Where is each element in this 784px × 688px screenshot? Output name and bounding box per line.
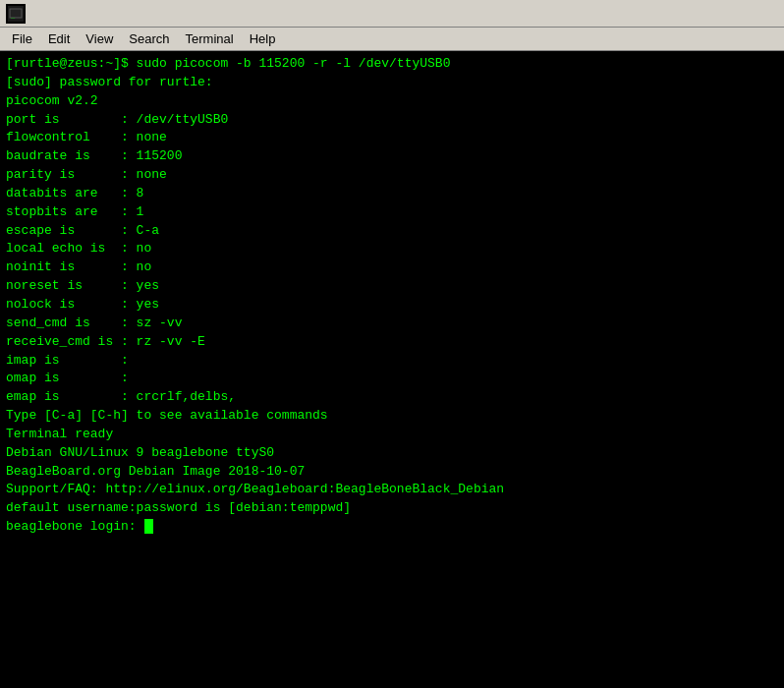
menu-item-help[interactable]: Help [242, 29, 284, 48]
terminal-line: flowcontrol : none [6, 129, 778, 147]
terminal-line: escape is : C-a [6, 222, 778, 241]
title-bar: _ [0, 0, 784, 28]
menu-bar: FileEditViewSearchTerminalHelp [0, 28, 784, 51]
terminal-line: Debian GNU/Linux 9 beaglebone ttyS0 [6, 444, 778, 463]
terminal-line: send_cmd is : sz -vv [6, 315, 778, 333]
terminal-line: port is : /dev/ttyUSB0 [6, 111, 778, 130]
terminal-line: local echo is : no [6, 240, 778, 258]
terminal-line: picocom v2.2 [6, 92, 778, 111]
terminal-line: Type [C-a] [C-h] to see available comman… [6, 407, 778, 426]
menu-item-file[interactable]: File [4, 29, 40, 48]
terminal-line: noreset is : yes [6, 277, 778, 296]
terminal-line: omap is : [6, 370, 778, 388]
terminal-area[interactable]: [rurtle@zeus:~]$ sudo picocom -b 115200 … [0, 51, 784, 688]
terminal-line: beaglebone login: [6, 518, 778, 537]
terminal-line: [rurtle@zeus:~]$ sudo picocom -b 115200 … [6, 55, 778, 74]
menu-item-view[interactable]: View [78, 29, 121, 48]
terminal-line: nolock is : yes [6, 296, 778, 315]
terminal-line: noinit is : no [6, 258, 778, 277]
terminal-line: baudrate is : 115200 [6, 147, 778, 166]
window-icon: _ [6, 4, 26, 24]
menu-item-terminal[interactable]: Terminal [178, 29, 242, 48]
terminal-line: [sudo] password for rurtle: [6, 74, 778, 92]
terminal-line: BeagleBoard.org Debian Image 2018-10-07 [6, 463, 778, 482]
menu-item-edit[interactable]: Edit [40, 29, 78, 48]
terminal-line: parity is : none [6, 166, 778, 185]
terminal-line: default username:password is [debian:tem… [6, 499, 778, 518]
menu-item-search[interactable]: Search [121, 29, 177, 48]
terminal-line: receive_cmd is : rz -vv -E [6, 333, 778, 352]
terminal-line: Support/FAQ: http://elinux.org/Beagleboa… [6, 481, 778, 499]
terminal-line: imap is : [6, 352, 778, 371]
terminal-line: emap is : crcrlf,delbs, [6, 388, 778, 407]
terminal-cursor [144, 519, 153, 534]
terminal-line: stopbits are : 1 [6, 203, 778, 222]
terminal-line: Terminal ready [6, 426, 778, 444]
terminal-line: databits are : 8 [6, 185, 778, 203]
